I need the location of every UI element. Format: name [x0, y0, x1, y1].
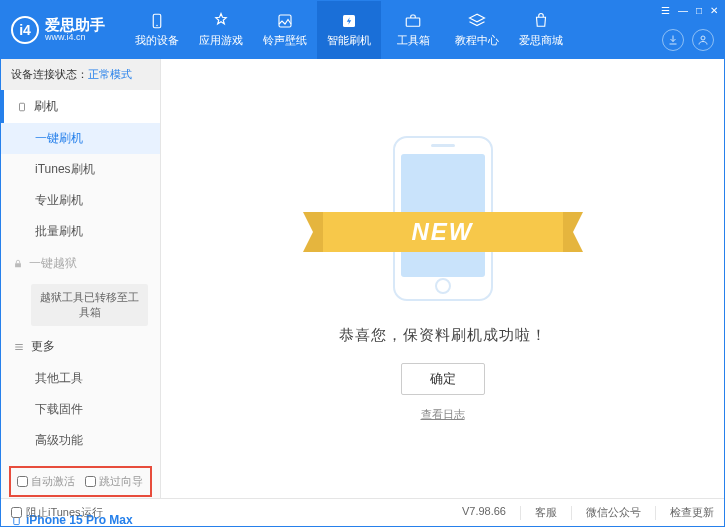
nav-store[interactable]: 爱思商城 — [509, 1, 573, 59]
nav-tutorials[interactable]: 教程中心 — [445, 1, 509, 59]
device-icon — [148, 12, 166, 30]
activation-options: 自动激活 跳过向导 — [9, 466, 152, 497]
sidebar: 设备连接状态：正常模式 刷机 一键刷机 iTunes刷机 专业刷机 批量刷机 一… — [1, 59, 161, 498]
app-title: 爱思助手 — [45, 17, 105, 34]
success-illustration: NEW — [333, 136, 553, 306]
wallpaper-icon — [276, 12, 294, 30]
svg-rect-4 — [406, 18, 420, 26]
app-url: www.i4.cn — [45, 33, 105, 43]
sidebar-item-pro[interactable]: 专业刷机 — [1, 185, 160, 216]
connection-status: 设备连接状态：正常模式 — [1, 59, 160, 90]
app-logo: i4 爱思助手 www.i4.cn — [11, 16, 105, 44]
menu-icon[interactable]: ☰ — [661, 5, 670, 16]
support-link[interactable]: 客服 — [535, 505, 557, 520]
wechat-link[interactable]: 微信公众号 — [586, 505, 641, 520]
svg-point-5 — [701, 36, 705, 40]
sidebar-item-itunes[interactable]: iTunes刷机 — [1, 154, 160, 185]
checkbox-skip-guide[interactable]: 跳过向导 — [85, 474, 143, 489]
tutorial-icon — [468, 12, 486, 30]
sidebar-section-flash[interactable]: 刷机 — [1, 90, 160, 123]
apps-icon — [212, 12, 230, 30]
titlebar: i4 爱思助手 www.i4.cn 我的设备 应用游戏 铃声壁纸 智能刷机 — [1, 1, 724, 59]
window-controls: ☰ — □ ✕ — [661, 5, 718, 16]
nav-flash[interactable]: 智能刷机 — [317, 1, 381, 59]
main-content: NEW 恭喜您，保资料刷机成功啦！ 确定 查看日志 — [161, 59, 724, 498]
nav-apps[interactable]: 应用游戏 — [189, 1, 253, 59]
new-badge: NEW — [412, 218, 474, 246]
checkbox-auto-activate[interactable]: 自动激活 — [17, 474, 75, 489]
svg-rect-7 — [15, 263, 21, 267]
sidebar-item-download[interactable]: 下载固件 — [1, 394, 160, 425]
user-button[interactable] — [692, 29, 714, 51]
view-log-link[interactable]: 查看日志 — [421, 407, 465, 422]
version-label: V7.98.66 — [462, 505, 506, 520]
svg-rect-6 — [20, 103, 25, 111]
flash-icon — [340, 12, 358, 30]
logo-icon: i4 — [11, 16, 39, 44]
toolbox-icon — [404, 12, 422, 30]
sidebar-section-jailbreak: 一键越狱 — [1, 247, 160, 280]
svg-point-1 — [156, 25, 158, 27]
top-nav: 我的设备 应用游戏 铃声壁纸 智能刷机 工具箱 教程中心 — [125, 1, 573, 59]
close-button[interactable]: ✕ — [710, 5, 718, 16]
sidebar-item-advanced[interactable]: 高级功能 — [1, 425, 160, 456]
statusbar: 阻止iTunes运行 V7.98.66 客服 微信公众号 检查更新 — [1, 498, 724, 526]
ok-button[interactable]: 确定 — [401, 363, 485, 395]
sidebar-item-other[interactable]: 其他工具 — [1, 363, 160, 394]
minimize-button[interactable]: — — [678, 5, 688, 16]
maximize-button[interactable]: □ — [696, 5, 702, 16]
download-button[interactable] — [662, 29, 684, 51]
success-message: 恭喜您，保资料刷机成功啦！ — [339, 326, 547, 345]
nav-toolbox[interactable]: 工具箱 — [381, 1, 445, 59]
sidebar-item-batch[interactable]: 批量刷机 — [1, 216, 160, 247]
jailbreak-notice[interactable]: 越狱工具已转移至工具箱 — [31, 284, 148, 326]
update-link[interactable]: 检查更新 — [670, 505, 714, 520]
sidebar-item-oneclick[interactable]: 一键刷机 — [1, 123, 160, 154]
nav-my-device[interactable]: 我的设备 — [125, 1, 189, 59]
store-icon — [532, 12, 550, 30]
checkbox-block-itunes[interactable]: 阻止iTunes运行 — [11, 505, 103, 520]
nav-ringtones[interactable]: 铃声壁纸 — [253, 1, 317, 59]
sidebar-section-more[interactable]: 更多 — [1, 330, 160, 363]
